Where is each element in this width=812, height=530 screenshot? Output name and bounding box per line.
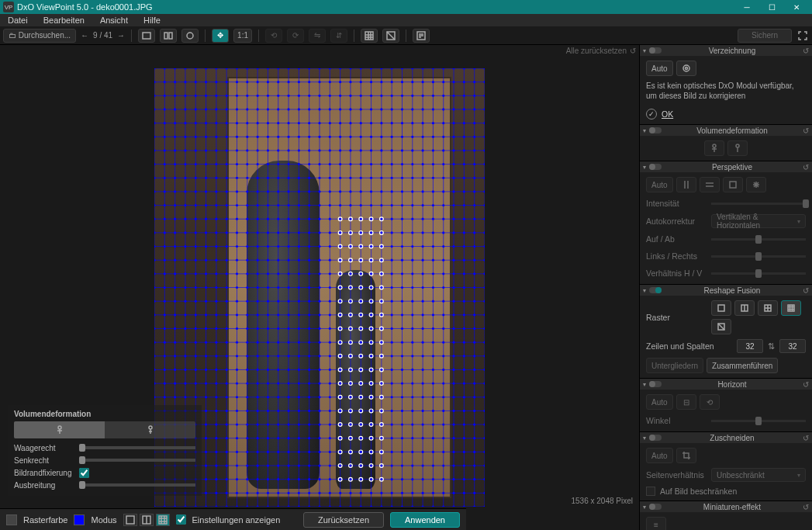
bg-color-swatch[interactable]	[6, 514, 17, 525]
miniature-reset-icon[interactable]: ↺	[803, 503, 809, 511]
overlay-mode-b[interactable]	[105, 421, 195, 438]
single-view-button[interactable]	[138, 29, 155, 43]
volume-toggle[interactable]	[649, 127, 662, 133]
apply-button[interactable]: Anwenden	[390, 512, 460, 528]
distortion-manual-button[interactable]	[676, 61, 696, 76]
nav-next[interactable]: →	[117, 31, 125, 40]
menu-file[interactable]: Datei	[0, 14, 36, 26]
before-view-button[interactable]	[181, 29, 199, 43]
grid-preset-4[interactable]	[781, 300, 801, 316]
horizon-rotate-button[interactable]: ⟲	[700, 394, 720, 410]
distortion-auto-button[interactable]: Auto	[646, 61, 673, 76]
perspective-horiz-button[interactable]	[700, 177, 720, 192]
chevron-down-icon: ▾	[643, 435, 646, 442]
horizon-reset-icon[interactable]: ↺	[803, 380, 809, 389]
reshape-reset-icon[interactable]: ↺	[803, 286, 809, 295]
perspective-rect-button[interactable]	[723, 177, 743, 192]
info-panel-button[interactable]	[413, 29, 430, 43]
horizon-auto-button[interactable]: Auto	[646, 394, 673, 410]
perspective-8pt-button[interactable]	[746, 177, 766, 192]
distortion-header[interactable]: ▾ Verzeichnung ↺	[640, 45, 812, 56]
horizon-header[interactable]: ▾ Horizont ↺	[640, 379, 812, 390]
leftright-slider[interactable]	[711, 255, 806, 258]
tool-flip-v[interactable]: ⇵	[330, 29, 347, 43]
miniature-toggle[interactable]	[649, 504, 662, 510]
minimize-button[interactable]: ─	[734, 0, 759, 14]
menu-view[interactable]: Ansicht	[92, 14, 136, 26]
overlay-edge-checkbox[interactable]	[79, 468, 89, 478]
grid-preset-1[interactable]	[711, 300, 731, 316]
tool-flip-h[interactable]: ⇋	[309, 29, 326, 43]
perspective-reset-icon[interactable]: ↺	[803, 163, 809, 171]
horizon-toggle[interactable]	[649, 381, 662, 387]
distortion-reset-icon[interactable]: ↺	[803, 47, 809, 55]
tool-rotate-r[interactable]: ⟳	[287, 29, 304, 43]
reshape-toggle[interactable]	[649, 287, 662, 293]
grid-mode-2[interactable]	[140, 514, 154, 526]
close-button[interactable]: ✕	[784, 0, 809, 14]
hand-tool-button[interactable]: ✥	[212, 29, 229, 43]
constrain-checkbox[interactable]	[646, 487, 655, 496]
overlay-spread-slider[interactable]	[79, 483, 195, 487]
volume-header[interactable]: ▾ Volumendeformation ↺	[640, 125, 812, 136]
maximize-button[interactable]: ☐	[759, 0, 784, 14]
perspective-vert-button[interactable]	[676, 177, 696, 192]
intensity-slider[interactable]	[711, 203, 806, 205]
grid-preset-3[interactable]	[758, 300, 778, 316]
perspective-toggle[interactable]	[649, 164, 662, 170]
compare-view-button[interactable]	[160, 29, 177, 43]
crop-header[interactable]: ▾ Zuschneiden ↺	[640, 432, 812, 443]
rows-input[interactable]	[737, 339, 763, 353]
angle-slider[interactable]	[711, 420, 806, 422]
crop-reset-icon[interactable]: ↺	[803, 434, 809, 442]
updown-slider[interactable]	[711, 238, 806, 241]
overlay-h-slider[interactable]	[79, 446, 195, 449]
overlay-title: Volumendeformation	[14, 410, 195, 418]
grid-preset-5[interactable]	[711, 319, 731, 334]
perspective-header[interactable]: ▾ Perspektive ↺	[640, 161, 812, 172]
overlay-mode-toggle[interactable]	[14, 421, 195, 438]
menu-help[interactable]: Hilfe	[136, 14, 168, 26]
horizon-level-button[interactable]: ⊟	[676, 394, 696, 410]
no-module-message: Es ist kein optisches DxO Modul verfügba…	[646, 81, 806, 101]
overlay-mode-a[interactable]	[14, 421, 105, 438]
volume-reset-icon[interactable]: ↺	[803, 126, 809, 135]
miniature-header[interactable]: ▾ Miniaturen-effekt ↺	[640, 501, 812, 512]
crop-ratio-select[interactable]: Unbeschränkt▾	[711, 468, 806, 482]
grid-color-swatch[interactable]	[74, 514, 85, 525]
guides-button[interactable]	[382, 29, 399, 43]
merge-button[interactable]: Zusammenführen	[707, 358, 778, 373]
image-canvas[interactable]	[154, 68, 485, 507]
reset-button[interactable]: Zurücksetzen	[303, 512, 384, 528]
figure-a-icon	[710, 144, 719, 153]
nav-prev[interactable]: ←	[81, 31, 88, 40]
autocorr-select[interactable]: Vertikalen & Horizontalen▾	[711, 214, 806, 228]
volume-mode-a[interactable]	[704, 140, 724, 156]
split-button[interactable]: Untergliedern	[646, 358, 703, 373]
menu-edit[interactable]: Bearbeiten	[36, 14, 92, 26]
miniature-mode-button[interactable]: ≡	[646, 517, 666, 530]
distortion-toggle[interactable]	[649, 47, 662, 54]
grid-preset-2[interactable]	[734, 300, 755, 316]
ratio-slider[interactable]	[711, 272, 806, 275]
autocorr-label: Autokorrektur	[646, 217, 707, 226]
zoom-1-1-button[interactable]: 1:1	[233, 29, 252, 43]
overlay-v-slider[interactable]	[79, 459, 195, 462]
grid-mode-1[interactable]	[123, 514, 137, 526]
grid-overlay-button[interactable]	[361, 29, 378, 43]
show-settings-checkbox[interactable]	[176, 514, 186, 525]
reshape-header[interactable]: ▾ Reshape Fusion ↺	[640, 285, 812, 296]
volume-mode-b[interactable]	[727, 140, 748, 156]
crop-toggle[interactable]	[649, 435, 662, 441]
perspective-auto-button[interactable]: Auto	[646, 177, 673, 192]
cols-input[interactable]	[779, 339, 806, 353]
grid-mode-3[interactable]	[156, 514, 170, 526]
tool-rotate-l[interactable]: ⟲	[265, 29, 282, 43]
link-icon[interactable]: ⇅	[768, 341, 775, 351]
fit-screen-button[interactable]	[796, 29, 809, 42]
distortion-ok-link[interactable]: ✓ OK	[646, 109, 806, 120]
save-button[interactable]: Sichern	[738, 29, 792, 43]
crop-auto-button[interactable]: Auto	[646, 448, 673, 463]
browse-button[interactable]: 🗀 Durchsuchen...	[3, 29, 76, 43]
crop-manual-button[interactable]	[676, 448, 696, 463]
